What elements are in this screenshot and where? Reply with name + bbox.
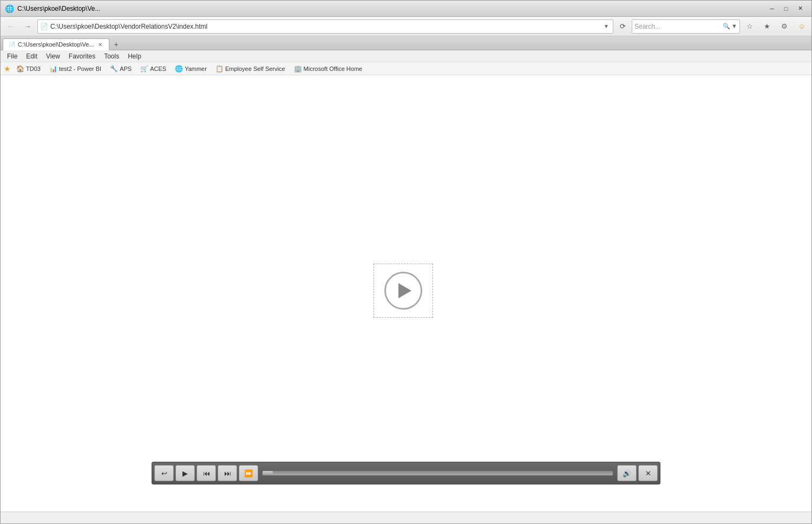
tab-close-button[interactable]: ✕ xyxy=(97,41,103,48)
title-bar: 🌐 C:\Users\pkoel\Desktop\Ve... ─ □ ✕ xyxy=(1,1,811,17)
favorites-item-td03[interactable]: 🏠 TD03 xyxy=(13,64,44,74)
navigation-bar: ← → 📄 C:\Users\pkoel\Desktop\VendorRelat… xyxy=(1,17,811,36)
window-controls: ─ □ ✕ xyxy=(765,3,807,14)
page-content: ↩ ▶ ⏮ ⏭ ⏩ 🔊 ✕ xyxy=(1,75,811,512)
aces-label: ACES xyxy=(150,66,166,72)
menu-favorites[interactable]: Favorites xyxy=(64,51,100,61)
media-play-button[interactable]: ▶ xyxy=(175,465,195,481)
menu-help[interactable]: Help xyxy=(123,51,146,61)
favorites-item-powerbi[interactable]: 📊 test2 - Power BI xyxy=(46,64,104,74)
aps-icon: 🔧 xyxy=(110,65,118,73)
back-button[interactable]: ← xyxy=(3,19,18,34)
search-placeholder: Search... xyxy=(634,23,721,30)
content-area: ↩ ▶ ⏮ ⏭ ⏩ 🔊 ✕ xyxy=(1,75,811,523)
add-favorites-icon[interactable]: ★ xyxy=(759,19,775,34)
address-bar-icon: 📄 xyxy=(40,23,48,30)
address-bar[interactable]: 📄 C:\Users\pkoel\Desktop\VendorRelations… xyxy=(37,19,613,34)
window-title: C:\Users\pkoel\Desktop\Ve... xyxy=(17,5,100,12)
play-button[interactable] xyxy=(384,272,422,310)
media-progress-fill xyxy=(263,471,273,475)
office-icon: 🏢 xyxy=(294,65,302,73)
new-tab-button[interactable]: + xyxy=(111,39,122,50)
menu-view[interactable]: View xyxy=(42,51,64,61)
media-fastforward-button[interactable]: ⏩ xyxy=(239,465,258,481)
favorites-item-aps[interactable]: 🔧 APS xyxy=(107,64,135,74)
favorites-star-icon[interactable]: ☆ xyxy=(742,19,757,34)
menu-file[interactable]: File xyxy=(3,51,22,61)
favorites-item-office[interactable]: 🏢 Microsoft Office Home xyxy=(291,64,366,74)
menu-tools[interactable]: Tools xyxy=(100,51,123,61)
forward-button[interactable]: → xyxy=(20,19,35,34)
status-bar xyxy=(1,512,811,523)
td03-label: TD03 xyxy=(26,66,41,72)
ess-icon: 📋 xyxy=(215,65,224,73)
media-next-button[interactable]: ⏭ xyxy=(218,465,237,481)
aces-icon: 🛒 xyxy=(140,65,148,73)
yammer-label: Yammer xyxy=(185,66,207,72)
tab-bar: 📄 C:\Users\pkoel\Desktop\Ve... ✕ + xyxy=(1,36,811,50)
ess-label: Employee Self Service xyxy=(225,66,285,72)
video-container xyxy=(374,264,438,318)
media-volume-button[interactable]: 🔊 xyxy=(617,465,637,481)
favorites-bar: ★ 🏠 TD03 📊 test2 - Power BI 🔧 APS 🛒 ACES… xyxy=(1,62,811,75)
yammer-icon: 🌐 xyxy=(175,65,183,73)
favorites-item-aces[interactable]: 🛒 ACES xyxy=(137,64,169,74)
address-text: C:\Users\pkoel\Desktop\VendorRelationsV2… xyxy=(50,23,600,30)
tab-active[interactable]: 📄 C:\Users\pkoel\Desktop\Ve... ✕ xyxy=(3,38,109,50)
play-icon xyxy=(398,283,411,298)
search-bar[interactable]: Search... 🔍 ▼ xyxy=(632,19,740,34)
favorites-item-yammer[interactable]: 🌐 Yammer xyxy=(172,64,210,74)
menu-edit[interactable]: Edit xyxy=(22,51,42,61)
tab-label: C:\Users\pkoel\Desktop\Ve... xyxy=(18,41,94,48)
powerbi-icon: 📊 xyxy=(49,65,57,73)
video-placeholder xyxy=(374,264,433,318)
minimize-button[interactable]: ─ xyxy=(765,3,779,14)
browser-icon: 🌐 xyxy=(5,4,14,13)
menu-bar: File Edit View Favorites Tools Help xyxy=(1,50,811,62)
favorites-item-ess[interactable]: 📋 Employee Self Service xyxy=(212,64,289,74)
media-player-toolbar: ↩ ▶ ⏮ ⏭ ⏩ 🔊 ✕ xyxy=(152,462,660,484)
powerbi-label: test2 - Power BI xyxy=(59,66,101,72)
address-dropdown-icon[interactable]: ▼ xyxy=(602,23,611,29)
td03-icon: 🏠 xyxy=(16,65,24,73)
office-label: Microsoft Office Home xyxy=(304,66,363,72)
media-prev-button[interactable]: ⏮ xyxy=(197,465,216,481)
media-restore-button[interactable]: ↩ xyxy=(154,465,174,481)
aps-label: APS xyxy=(120,66,132,72)
media-progress-bar[interactable] xyxy=(262,470,613,476)
tab-favicon: 📄 xyxy=(9,42,15,48)
close-button[interactable]: ✕ xyxy=(793,3,807,14)
search-icon[interactable]: 🔍 xyxy=(723,23,730,30)
media-close-button[interactable]: ✕ xyxy=(638,465,658,481)
search-dropdown-icon[interactable]: ▼ xyxy=(731,23,737,30)
smiley-icon[interactable]: ☺ xyxy=(794,19,809,34)
favorites-bar-icon: ★ xyxy=(4,64,11,73)
settings-icon[interactable]: ⚙ xyxy=(777,19,792,34)
refresh-button[interactable]: ⟳ xyxy=(615,19,630,34)
maximize-button[interactable]: □ xyxy=(779,3,793,14)
